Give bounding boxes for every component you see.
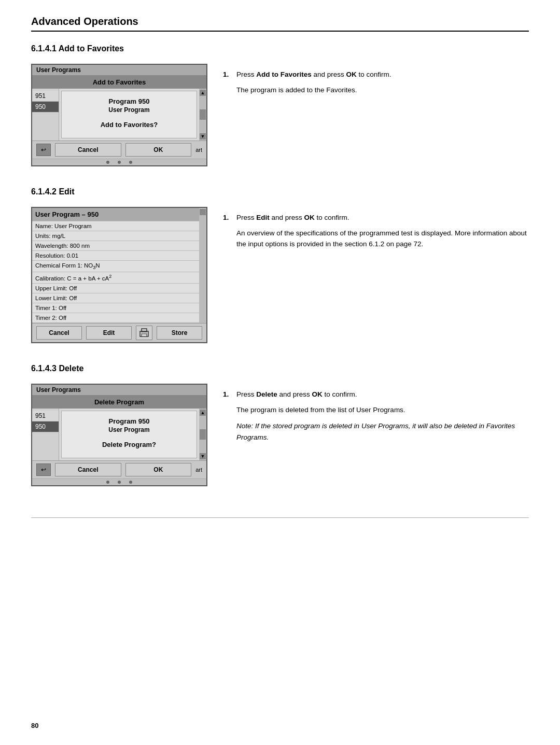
table-header-cell: User Program – 950 [32, 208, 199, 221]
screen-delete-container: User Programs Delete Program 951 950 Pro… [31, 384, 207, 486]
edit-footer: Cancel Edit Store [32, 323, 206, 342]
table-row-timer2[interactable]: Timer 2: Off [32, 313, 199, 323]
step-num-1-atf: 1. [223, 69, 232, 80]
edit-table: User Program – 950 Name: User Program Un… [32, 208, 199, 323]
prompt-atf: Add to Favorites? [70, 121, 188, 129]
prompt-delete: Delete Program? [70, 441, 188, 448]
cell-wavelength: Wavelength: 800 nm [32, 241, 199, 251]
section-add-favorites: User Programs Add to Favorites 951 950 P… [31, 64, 529, 166]
cell-resolution: Resolution: 0.01 [32, 251, 199, 261]
nav-dot-2 [118, 161, 121, 164]
screen-header-partial: User Programs [32, 65, 206, 76]
prog-type-atf: User Program [70, 106, 188, 114]
table-row-lower-limit[interactable]: Lower Limit: Off [32, 293, 199, 303]
nav-dot-1 [106, 161, 109, 164]
table-row-wavelength[interactable]: Wavelength: 800 nm [32, 241, 199, 251]
screen-header-partial-delete: User Programs [32, 385, 206, 396]
list-item-950-delete[interactable]: 950 [32, 421, 59, 432]
scroll-thumb-delete [200, 429, 206, 440]
nav-dot-3 [129, 161, 132, 164]
section-delete: User Programs Delete Program 951 950 Pro… [31, 384, 529, 486]
step-num-1-edit: 1. [223, 212, 232, 223]
edit-body: User Program – 950 Name: User Program Un… [32, 208, 206, 323]
instructions-atf: 1. Press Add to Favorites and press OK t… [223, 64, 529, 101]
result-text-atf: The program is added to the Favorites. [236, 85, 529, 96]
back-button-atf[interactable]: ↩ [36, 144, 51, 156]
edit-wrapper: User Program – 950 Name: User Program Un… [32, 208, 206, 342]
result-text-edit: An overview of the specifications of the… [236, 228, 529, 250]
cell-timer2: Timer 2: Off [32, 313, 199, 323]
cell-timer1: Timer 1: Off [32, 303, 199, 313]
prog-number-atf: Program 950 [70, 97, 188, 105]
table-header-row: User Program – 950 [32, 208, 199, 221]
list-item-951-delete[interactable]: 951 [32, 411, 59, 421]
dialog-title-delete: Delete Program [32, 396, 206, 409]
screen-scroll-delete: ▲ ▼ [199, 409, 206, 460]
cancel-button-delete[interactable]: Cancel [55, 463, 121, 476]
icon-box-edit[interactable] [136, 326, 152, 340]
scroll-up-delete[interactable]: ▲ [200, 410, 206, 416]
section-edit: User Program – 950 Name: User Program Un… [31, 207, 529, 343]
nav-dot-d1 [106, 481, 109, 484]
screen-edit-container: User Program – 950 Name: User Program Un… [31, 207, 207, 343]
footer-label-atf: art [195, 147, 202, 153]
step-text-1-atf: Press Add to Favorites and press OK to c… [236, 69, 391, 80]
cell-upper-limit: Upper Limit: Off [32, 284, 199, 293]
list-item-951[interactable]: 951 [32, 91, 59, 102]
table-row-name[interactable]: Name: User Program [32, 221, 199, 231]
ok-button-delete[interactable]: OK [125, 463, 192, 476]
scroll-down-atf[interactable]: ▼ [200, 133, 206, 139]
step-num-1-delete: 1. [223, 389, 232, 400]
section-title-delete: 6.1.4.3 Delete [31, 364, 529, 373]
cell-chemical: Chemical Form 1: NO3N [32, 261, 199, 272]
screen-list-col-delete: 951 950 [32, 409, 59, 460]
scroll-down-delete[interactable]: ▼ [200, 453, 206, 459]
store-button-edit[interactable]: Store [157, 326, 202, 340]
screen-list-col-atf: 951 950 [32, 89, 59, 140]
table-row-units[interactable]: Units: mg/L [32, 231, 199, 241]
table-row-chemical[interactable]: Chemical Form 1: NO3N [32, 261, 199, 272]
print-icon [138, 328, 150, 338]
footer-label-delete: art [195, 467, 202, 473]
screen-footer-atf: ↩ Cancel OK art [32, 140, 206, 159]
edit-scroll [199, 208, 206, 323]
edit-button-edit[interactable]: Edit [86, 326, 132, 340]
back-button-delete[interactable]: ↩ [36, 463, 51, 476]
table-row-resolution[interactable]: Resolution: 0.01 [32, 251, 199, 261]
specs-table: User Program – 950 Name: User Program Un… [32, 208, 199, 323]
screen-footer-delete: ↩ Cancel OK art [32, 460, 206, 479]
step-1-delete: 1. Press Delete and press OK to confirm. [223, 389, 529, 400]
list-item-950[interactable]: 950 [32, 102, 59, 113]
section-title-edit: 6.1.4.2 Edit [31, 187, 529, 196]
section-title-add-favorites: 6.1.4.1 Add to Favorites [31, 44, 529, 53]
table-row-upper-limit[interactable]: Upper Limit: Off [32, 284, 199, 293]
scroll-thumb-atf [200, 109, 206, 120]
result-text-delete: The program is deleted from the list of … [236, 404, 529, 416]
cancel-button-atf[interactable]: Cancel [55, 143, 121, 157]
scroll-up-atf[interactable]: ▲ [200, 90, 206, 96]
page-number: 80 [31, 722, 38, 729]
dialog-title-atf: Add to Favorites [32, 76, 206, 89]
table-row-timer1[interactable]: Timer 1: Off [32, 303, 199, 313]
nav-dot-d3 [129, 481, 132, 484]
instructions-edit: 1. Press Edit and press OK to confirm. A… [223, 207, 529, 255]
svg-rect-2 [142, 334, 147, 336]
screen-body-atf: 951 950 Program 950 User Program Add to … [32, 89, 206, 140]
page-title: Advanced Operations [31, 16, 529, 27]
screen-main-delete: Program 950 User Program Delete Program? [61, 411, 197, 458]
cancel-button-edit[interactable]: Cancel [36, 326, 82, 340]
step-1-edit: 1. Press Edit and press OK to confirm. [223, 212, 529, 223]
cell-name: Name: User Program [32, 221, 199, 231]
ok-button-atf[interactable]: OK [125, 143, 192, 157]
screen-main-atf: Program 950 User Program Add to Favorite… [61, 91, 197, 138]
device-screen-edit: User Program – 950 Name: User Program Un… [31, 207, 207, 343]
step-1-atf: 1. Press Add to Favorites and press OK t… [223, 69, 529, 80]
edit-scroll-up[interactable] [200, 209, 206, 215]
screen-body-delete: 951 950 Program 950 User Program Delete … [32, 409, 206, 460]
prog-number-delete: Program 950 [70, 417, 188, 425]
table-row-calibration[interactable]: Calibration: C = a + bA + cA2 [32, 272, 199, 284]
header-divider [31, 31, 529, 32]
bottom-rule [31, 517, 529, 518]
step-text-1-edit: Press Edit and press OK to confirm. [236, 212, 349, 223]
screen-add-favorites: User Programs Add to Favorites 951 950 P… [31, 64, 207, 166]
